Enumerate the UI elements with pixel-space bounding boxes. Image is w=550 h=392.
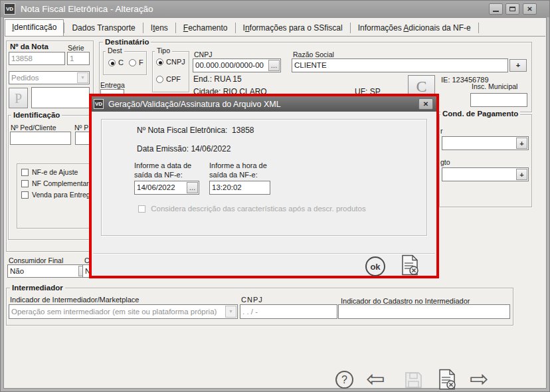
ped2-label: Nº P xyxy=(74,124,88,132)
consumidor-final-select[interactable]: Não ▼ xyxy=(7,264,91,278)
razao-social-field[interactable]: CLIENTE xyxy=(292,58,508,72)
cancel-document-icon xyxy=(440,370,455,389)
checkbox-icon xyxy=(21,180,29,187)
entrega-label: Entrega xyxy=(100,81,125,89)
tab-strip: Identificação Dados Transporte Itens Fec… xyxy=(5,19,545,37)
hora-saida-label: Informe a hora de saída da NF-e: xyxy=(209,161,267,179)
nf-complementar-checkbox[interactable]: NF Complementar xyxy=(21,179,89,187)
tipo-cpf-radio[interactable]: CPF xyxy=(156,75,181,83)
checkbox-icon xyxy=(21,191,29,199)
intermediador-cnpj-field[interactable]: . . / - xyxy=(240,304,337,319)
application-window: VD Nota Fiscal Eletrônica - Alteração ✕ … xyxy=(0,0,550,392)
checkbox-icon xyxy=(21,169,29,176)
cond-add-button-2[interactable]: + xyxy=(516,169,527,180)
help-button[interactable]: ? xyxy=(335,371,353,389)
flags-box: NF-e de Ajuste NF Complementar Venda par… xyxy=(17,163,90,229)
serie-label: Série xyxy=(68,44,84,52)
destinatario-caption: Destinatário xyxy=(103,38,151,46)
dropdown-arrow-icon: ▼ xyxy=(225,306,236,318)
serie-field: 1 xyxy=(67,52,90,65)
cond-add-button-1[interactable]: + xyxy=(516,138,527,149)
consumidor-final-label: Consumidor Final xyxy=(9,256,63,264)
intermediador-caption: Intermediador xyxy=(10,284,65,292)
dialog-icon: VD xyxy=(94,99,104,109)
cancel-document-button[interactable] xyxy=(438,369,457,391)
cond-pagamento-group xyxy=(439,114,532,207)
hora-saida-field[interactable]: 13:20:02 xyxy=(209,181,270,195)
dest-c-radio[interactable]: C xyxy=(108,58,124,66)
minimize-button[interactable] xyxy=(489,3,503,15)
cond-partial-label-1: r xyxy=(440,127,443,135)
dialog-titlebar: VD Geração/Validação/Assinatura do Arqui… xyxy=(92,96,436,112)
radio-icon xyxy=(129,59,136,66)
considera-descricao-checkbox: Considera descrição das características … xyxy=(138,205,366,213)
maximize-button[interactable] xyxy=(505,3,519,15)
tab-identificacao[interactable]: Identificação xyxy=(5,19,64,36)
cnpj-field[interactable]: 00.000.000/0000-00 … xyxy=(193,58,281,72)
nf-number-text: Nº Nota Fiscal Eletrônica: 13858 xyxy=(137,126,254,135)
cnpj-lookup-button[interactable]: … xyxy=(268,60,280,71)
razao-social-label: Razão Social xyxy=(293,50,334,58)
data-saida-field[interactable]: 14/06/2022 … xyxy=(134,181,199,195)
dest-f-radio[interactable]: F xyxy=(129,58,143,66)
save-button xyxy=(405,371,422,389)
ped-cliente-field[interactable] xyxy=(10,132,71,145)
data-saida-label: Informe a data de saída da NF-e: xyxy=(134,161,191,179)
checkbox-icon xyxy=(138,205,145,213)
tipo-cnpj-radio[interactable]: CNPJ xyxy=(156,58,185,66)
tab-itens[interactable]: Itens xyxy=(143,21,175,36)
next-button[interactable]: ⇨ xyxy=(470,367,489,390)
p-button: P xyxy=(9,88,28,108)
arrow-left-icon: ⇦ xyxy=(366,365,385,392)
window-titlebar: VD Nota Fiscal Eletrônica - Alteração xyxy=(1,1,550,17)
tab-fechamento[interactable]: Fechamento xyxy=(176,21,235,36)
dest-caption: Dest xyxy=(106,47,124,54)
previous-button[interactable]: ⇦ xyxy=(366,367,385,390)
minimize-icon xyxy=(493,11,499,12)
dialog-title: Geração/Validação/Assinatura do Arquivo … xyxy=(108,100,281,109)
endereco-text: End.: RUA 15 xyxy=(193,74,242,84)
tab-informacoes-ssfiscal[interactable]: Informações para o SSfiscal xyxy=(236,21,350,36)
razao-add-button[interactable]: + xyxy=(509,59,527,72)
app-icon: VD xyxy=(4,3,15,15)
emissao-text: Data Emissão: 14/06/2022 xyxy=(137,144,230,153)
nota-label: Nº da Nota xyxy=(10,43,48,50)
ok-button[interactable]: ok xyxy=(365,256,385,276)
radio-icon xyxy=(108,59,116,66)
cond-field-1[interactable]: + xyxy=(442,136,529,150)
nfe-ajuste-checkbox[interactable]: NF-e de Ajuste xyxy=(21,168,78,176)
dropdown-arrow-icon: ▼ xyxy=(77,72,88,83)
help-icon: ? xyxy=(341,374,347,386)
cadastro-intermediador-field[interactable] xyxy=(338,304,510,319)
radio-icon xyxy=(156,76,163,83)
calendar-button[interactable]: … xyxy=(187,182,198,193)
tab-dados-transporte[interactable]: Dados Transporte xyxy=(64,21,142,36)
ped-cliente-label: Nº Ped/Cliente xyxy=(11,124,56,132)
dialog-cancel-button[interactable] xyxy=(401,254,420,276)
insc-municipal-label: Insc. Municipal xyxy=(472,82,517,90)
insc-municipal-field[interactable] xyxy=(470,93,527,107)
close-button[interactable]: ✕ xyxy=(523,3,537,15)
close-icon: ✕ xyxy=(423,100,428,108)
venda-entrega-checkbox[interactable]: Venda para Entrega xyxy=(21,191,90,199)
maximize-icon xyxy=(509,7,515,11)
pedido-entry-field[interactable] xyxy=(31,87,90,108)
pedidos-select: Pedidos ▼ xyxy=(9,71,90,84)
nota-number-field: 13858 xyxy=(9,52,65,65)
identificacao-caption: Identificação xyxy=(11,111,62,119)
dialog-separator xyxy=(93,253,435,254)
arrow-right-icon: ⇨ xyxy=(470,365,489,392)
cond-partial-label-2: gto xyxy=(440,158,450,166)
tipo-caption: Tipo xyxy=(155,47,172,54)
xml-generation-dialog: VD Geração/Validação/Assinatura do Arqui… xyxy=(89,94,439,278)
indicador-intermediador-select: Operação sem intermediador (em site ou p… xyxy=(9,304,238,319)
cnpj-label: CNPJ xyxy=(194,50,212,58)
dialog-close-button[interactable]: ✕ xyxy=(418,98,433,110)
radio-icon xyxy=(156,58,163,66)
tab-informacoes-adicionais[interactable]: Informações Adicionais da NF-e xyxy=(351,21,478,36)
cond-field-2[interactable]: + xyxy=(442,167,529,181)
window-title: Nota Fiscal Eletrônica - Alteração xyxy=(21,4,153,14)
cond-pagamento-caption: Cond. de Pagamento xyxy=(440,110,520,118)
ped2-field[interactable] xyxy=(75,132,90,145)
cancel-document-icon xyxy=(403,256,418,275)
